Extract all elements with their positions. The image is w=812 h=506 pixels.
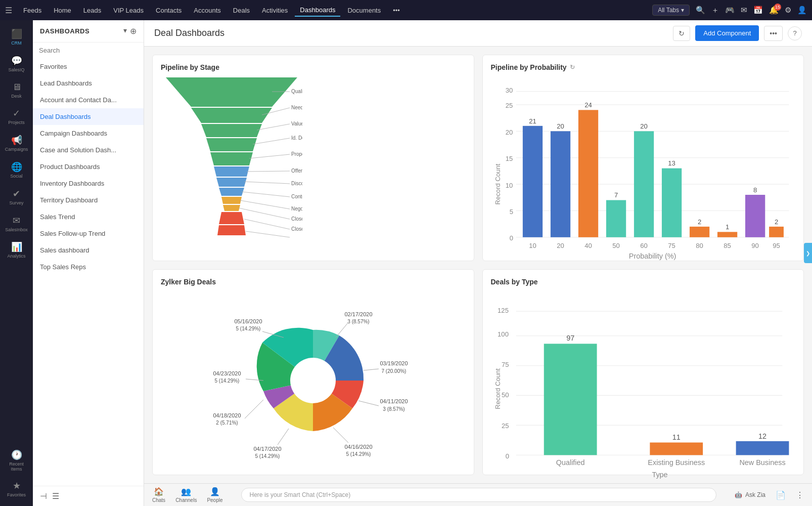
nav-item-top-sales-reps[interactable]: Top Sales Reps: [33, 259, 144, 275]
svg-line-90: [358, 401, 379, 406]
nav-item-favorites[interactable]: Favorites: [33, 58, 144, 75]
bottom-right-icon1[interactable]: 📄: [776, 490, 786, 500]
svg-text:75: 75: [668, 242, 675, 249]
sidebar-item-salesiq[interactable]: 💬 SalesIQ: [0, 51, 33, 77]
sidebar-item-recent[interactable]: 🕐 Recent Items: [0, 445, 33, 477]
menu-icon[interactable]: ☰: [5, 6, 12, 15]
search-icon[interactable]: 🔍: [696, 6, 705, 15]
nav-item-sales-followup[interactable]: Sales Follow-up Trend: [33, 225, 144, 242]
deals-by-type-card: Deals by Type Record Count 0 25 50 75 10…: [482, 269, 804, 476]
sidebar-item-favorites[interactable]: ★ Favorites: [0, 476, 33, 502]
svg-text:3 (8.57%): 3 (8.57%): [348, 319, 370, 324]
settings-icon[interactable]: ⚙: [785, 6, 791, 15]
nav-item-deal-dashboards[interactable]: Deal Dashboards: [33, 108, 144, 125]
svg-text:Closed Lost: Closed Lost: [291, 226, 302, 232]
ask-zia-button[interactable]: 🤖 Ask Zia: [735, 491, 765, 498]
sidebar-item-analytics[interactable]: 📊 Analytics: [0, 237, 33, 263]
nav-item-product-dashboards[interactable]: Product Dashboards: [33, 158, 144, 175]
pipeline-prob-title: Pipeline by Probability ↻: [491, 63, 796, 71]
notification-icon[interactable]: 🔔15: [769, 6, 779, 15]
nav-search-input[interactable]: [39, 47, 138, 54]
nav-dropdown-icon[interactable]: ▾: [123, 26, 127, 36]
nav-more[interactable]: •••: [388, 5, 405, 16]
svg-marker-7: [219, 188, 244, 196]
svg-text:12: 12: [758, 432, 766, 440]
bottom-bar: 🏠 Chats 👥 Channels 👤 People Here is your…: [144, 483, 812, 506]
svg-text:Closed Won: Closed Won: [291, 216, 302, 222]
sidebar-item-salesinbox[interactable]: ✉ SalesInbox: [0, 211, 33, 237]
svg-rect-56: [606, 200, 625, 237]
svg-text:Existing Business: Existing Business: [648, 458, 705, 467]
nav-item-campaign-dashboards[interactable]: Campaign Dashboards: [33, 125, 144, 142]
nav-item-sales-dashboard[interactable]: Sales dashboard: [33, 242, 144, 259]
svg-marker-10: [219, 212, 244, 224]
sidebar-item-desk[interactable]: 🖥 Desk: [0, 78, 33, 103]
sidebar-collapse-icon[interactable]: ⊣: [40, 491, 47, 501]
svg-text:20: 20: [557, 122, 564, 130]
nav-documents[interactable]: Documents: [342, 5, 386, 16]
bottom-chats[interactable]: 🏠 Chats: [152, 487, 165, 503]
svg-marker-4: [210, 152, 253, 165]
more-options-button[interactable]: •••: [764, 26, 783, 41]
svg-text:7 (20.00%): 7 (20.00%): [382, 368, 407, 374]
avatar-icon[interactable]: 👤: [797, 6, 807, 15]
nav-dashboards[interactable]: Dashboards: [295, 4, 340, 17]
sidebar-item-social[interactable]: 🌐 Social: [0, 157, 33, 183]
svg-line-96: [278, 429, 289, 445]
help-button[interactable]: ?: [788, 26, 802, 40]
nav-item-case-solution[interactable]: Case and Solution Dash...: [33, 142, 144, 158]
svg-rect-62: [689, 227, 709, 237]
nav-accounts[interactable]: Accounts: [189, 5, 225, 16]
nav-vip-leads[interactable]: VIP Leads: [108, 5, 149, 16]
bottom-channels[interactable]: 👥 Channels: [175, 487, 197, 503]
nav-contacts[interactable]: Contacts: [151, 5, 187, 16]
nav-item-account-contact[interactable]: Account and Contact Da...: [33, 92, 144, 108]
zylker-title: Zylker Big Deals: [161, 278, 466, 286]
svg-text:2: 2: [774, 218, 778, 226]
sidebar-list-icon[interactable]: ☰: [52, 491, 59, 501]
bottom-people[interactable]: 👤 People: [207, 487, 222, 503]
svg-line-87: [364, 369, 379, 370]
crm-icon: ⬛: [11, 28, 22, 39]
sidebar-item-crm[interactable]: ⬛ CRM: [0, 24, 33, 50]
svg-text:5 (14.29%): 5 (14.29%): [236, 326, 261, 331]
svg-line-22: [244, 219, 290, 229]
nav-add-icon[interactable]: ⊕: [130, 26, 137, 36]
nav-leads[interactable]: Leads: [78, 5, 106, 16]
svg-text:Value Proposition: Value Proposition: [291, 121, 302, 126]
svg-line-14: [257, 124, 290, 130]
nav-item-sales-trend[interactable]: Sales Trend: [33, 208, 144, 225]
svg-text:Negotiation/Review: Negotiation/Review: [291, 206, 302, 212]
funnel-shape: Qualification Needs Analysis Value Propo…: [161, 77, 312, 239]
add-icon[interactable]: ＋: [711, 6, 719, 15]
svg-marker-8: [221, 197, 242, 204]
mail-icon[interactable]: ✉: [741, 6, 747, 15]
sidebar-item-campaigns[interactable]: 📢 Campaigns: [0, 131, 33, 156]
nav-deals[interactable]: Deals: [228, 5, 255, 16]
svg-line-15: [253, 138, 290, 144]
svg-point-81: [290, 358, 336, 403]
right-collapse-tab[interactable]: ❯: [804, 243, 812, 263]
channels-icon: 👥: [181, 487, 191, 496]
smart-chat-input[interactable]: Here is your Smart Chat (Ctrl+Space): [241, 488, 716, 502]
salesinbox-icon: ✉: [13, 215, 20, 226]
all-tabs-button[interactable]: All Tabs ▾: [652, 5, 690, 16]
nav-item-territory-dashboard[interactable]: Territory Dashboard: [33, 192, 144, 208]
nav-item-lead-dashboards[interactable]: Lead Dashboards: [33, 75, 144, 92]
nav-activities[interactable]: Activities: [257, 5, 293, 16]
nav-home[interactable]: Home: [49, 5, 76, 16]
nav-item-inventory-dashboards[interactable]: Inventory Dashboards: [33, 175, 144, 192]
calendar-icon[interactable]: 📅: [753, 6, 763, 15]
svg-rect-66: [745, 195, 764, 237]
refresh-button[interactable]: ↻: [673, 26, 690, 41]
svg-text:125: 125: [498, 306, 509, 314]
sidebar-item-projects[interactable]: ✓ Projects: [0, 104, 33, 130]
bottom-right-icon2[interactable]: ⋮: [796, 490, 804, 500]
favorites-icon: ★: [13, 480, 21, 491]
prob-refresh-icon[interactable]: ↻: [570, 64, 575, 71]
add-component-button[interactable]: Add Component: [695, 25, 759, 41]
sidebar-item-survey[interactable]: ✔ Survey: [0, 184, 33, 210]
svg-line-93: [333, 428, 348, 443]
nav-feeds[interactable]: Feeds: [18, 5, 47, 16]
gamepad-icon[interactable]: 🎮: [725, 6, 735, 15]
